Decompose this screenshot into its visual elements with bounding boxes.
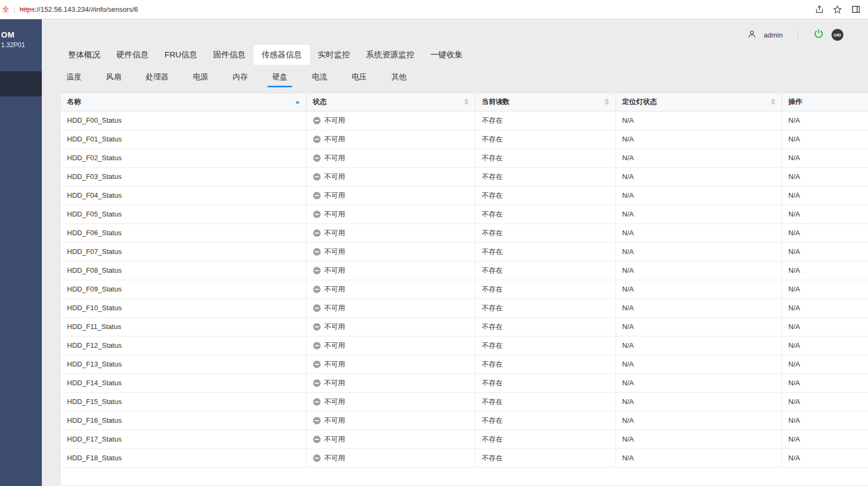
cell-locate-led-status: N/A — [615, 261, 782, 280]
status-label: 不可用 — [324, 228, 345, 238]
unavailable-icon — [313, 398, 321, 406]
status-label: 不可用 — [324, 322, 345, 332]
url-divider: | — [13, 5, 15, 13]
column-header-status[interactable]: 状态 — [306, 93, 475, 111]
table-row: HDD_F02_Status 不可用 不存在 N/A N/A — [61, 148, 868, 167]
column-header-locate-led[interactable]: 定位灯状态 — [615, 93, 782, 111]
cell-status: 不可用 — [306, 392, 475, 411]
cell-current-reading: 不存在 — [475, 148, 615, 167]
cell-status: 不可用 — [306, 355, 475, 373]
cell-status: 不可用 — [306, 336, 475, 355]
power-icon[interactable] — [813, 28, 824, 41]
tab-one-click-collect[interactable]: 一键收集 — [422, 45, 471, 65]
tab-hardware-info[interactable]: 硬件信息 — [108, 45, 157, 65]
subtab-harddisk[interactable]: 硬盘 — [272, 72, 287, 88]
unavailable-icon — [313, 154, 321, 162]
cell-operation: N/A — [782, 430, 868, 448]
subtab-temperature[interactable]: 温度 — [66, 72, 81, 88]
url-scheme: https — [19, 5, 34, 13]
cell-operation: N/A — [782, 317, 868, 336]
security-warning-label: 全 — [2, 5, 9, 14]
sort-icons[interactable] — [771, 99, 775, 105]
cell-operation: N/A — [782, 242, 868, 261]
sidebar-selected-item[interactable] — [0, 71, 42, 96]
unavailable-icon — [313, 211, 321, 218]
column-label: 操作 — [789, 97, 803, 107]
cell-operation: N/A — [782, 280, 868, 298]
status-label: 不可用 — [324, 341, 345, 350]
cell-locate-led-status: N/A — [615, 448, 782, 467]
sort-asc-icon[interactable] — [295, 101, 300, 103]
status-label: 不可用 — [324, 360, 345, 369]
cell-locate-led-status: N/A — [615, 298, 782, 317]
uid-button[interactable]: UID — [832, 29, 843, 41]
cell-operation: N/A — [782, 392, 868, 411]
tab-firmware-info[interactable]: 固件信息 — [205, 45, 254, 65]
tab-overview[interactable]: 整体概况 — [60, 45, 108, 65]
bookmark-star-icon[interactable] — [833, 5, 842, 14]
column-label: 定位灯状态 — [622, 97, 657, 107]
cell-current-reading: 不存在 — [475, 355, 615, 373]
subtab-memory[interactable]: 内存 — [233, 72, 248, 88]
sort-icons[interactable] — [464, 99, 469, 105]
unavailable-icon — [313, 267, 321, 274]
status-label: 不可用 — [324, 172, 345, 182]
cell-sensor-name: HDD_F13_Status — [61, 355, 306, 373]
unavailable-icon — [313, 323, 321, 331]
tab-system-resource-monitor[interactable]: 系统资源监控 — [358, 45, 422, 65]
cell-operation: N/A — [782, 130, 868, 148]
cell-status: 不可用 — [306, 373, 475, 392]
cell-status: 不可用 — [306, 280, 475, 298]
subtab-power[interactable]: 电源 — [193, 72, 208, 88]
table-row: HDD_F14_Status 不可用 不存在 N/A N/A — [61, 373, 868, 392]
cell-current-reading: 不存在 — [475, 336, 615, 355]
username-label[interactable]: admin — [764, 31, 783, 39]
status-label: 不可用 — [324, 435, 345, 444]
unavailable-icon — [313, 248, 321, 256]
cell-current-reading: 不存在 — [475, 430, 615, 448]
cell-sensor-name: HDD_F08_Status — [61, 261, 306, 280]
cell-sensor-name: HDD_F15_Status — [61, 392, 306, 411]
table-row: HDD_F15_Status 不可用 不存在 N/A N/A — [61, 392, 868, 411]
cell-status: 不可用 — [306, 186, 475, 205]
tab-fru-info[interactable]: FRU信息 — [157, 45, 205, 65]
subtab-current[interactable]: 电流 — [312, 72, 327, 88]
table-row: HDD_F11_Status 不可用 不存在 N/A N/A — [61, 317, 868, 336]
column-label: 当前读数 — [482, 97, 510, 107]
cell-locate-led-status: N/A — [615, 111, 782, 130]
userbar-divider — [798, 30, 798, 40]
status-label: 不可用 — [324, 285, 345, 294]
unavailable-icon — [313, 286, 321, 293]
subtab-processor[interactable]: 处理器 — [146, 72, 168, 88]
table-row: HDD_F18_Status 不可用 不存在 N/A N/A — [61, 448, 868, 467]
share-icon[interactable] — [814, 5, 824, 14]
unavailable-icon — [313, 342, 321, 349]
cell-locate-led-status: N/A — [615, 242, 782, 261]
cell-sensor-name: HDD_F14_Status — [61, 373, 306, 392]
tab-sensor-info[interactable]: 传感器信息 — [254, 45, 310, 65]
product-name: OM — [1, 30, 42, 39]
cell-sensor-name: HDD_F10_Status — [61, 298, 306, 317]
column-header-name[interactable]: 名称 — [61, 93, 306, 111]
cell-operation: N/A — [782, 111, 868, 130]
browser-panel-icon[interactable] — [851, 5, 860, 14]
url-rest: ://152.56.143.234/#info/sensors/6 — [35, 5, 138, 13]
cell-current-reading: 不存在 — [475, 186, 615, 205]
table-row: HDD_F01_Status 不可用 不存在 N/A N/A — [61, 130, 868, 148]
cell-sensor-name: HDD_F00_Status — [61, 111, 306, 130]
column-header-reading[interactable]: 当前读数 — [475, 93, 615, 111]
unavailable-icon — [313, 454, 321, 462]
status-label: 不可用 — [324, 266, 345, 275]
cell-sensor-name: HDD_F01_Status — [61, 130, 306, 148]
tab-realtime-monitor[interactable]: 实时监控 — [310, 45, 358, 65]
subtab-fan[interactable]: 风扇 — [106, 72, 121, 88]
unavailable-icon — [313, 173, 321, 181]
cell-operation: N/A — [782, 411, 868, 430]
table-row: HDD_F16_Status 不可用 不存在 N/A N/A — [61, 411, 868, 430]
status-label: 不可用 — [324, 210, 345, 219]
sort-icons[interactable] — [605, 99, 609, 105]
subtab-other[interactable]: 其他 — [391, 72, 406, 88]
address-bar[interactable]: https://152.56.143.234/#info/sensors/6 — [19, 5, 138, 13]
subtab-voltage[interactable]: 电压 — [352, 72, 367, 88]
table-row: HDD_F17_Status 不可用 不存在 N/A N/A — [61, 430, 868, 448]
